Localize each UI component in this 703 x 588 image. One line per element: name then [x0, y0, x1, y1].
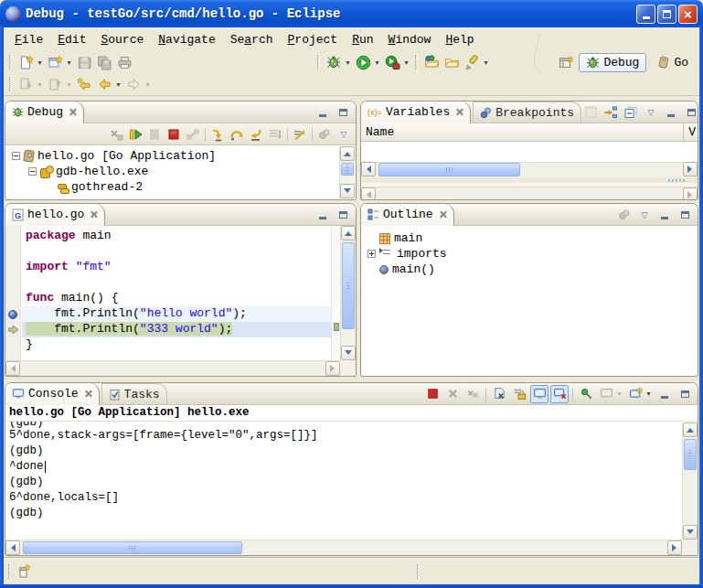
debug-tree-item[interactable]: [6, 195, 339, 198]
remove-launch-button[interactable]: [443, 385, 462, 403]
view-menu-icon[interactable]: ▽: [335, 125, 353, 144]
tab-breakpoints[interactable]: Breakpoints: [473, 102, 581, 123]
tab-hello-go[interactable]: G hello.go: [5, 204, 105, 226]
tab-close-icon[interactable]: [84, 390, 92, 398]
suspend-button[interactable]: [145, 125, 164, 144]
debug-dropdown-icon[interactable]: ▾: [344, 59, 352, 67]
outline-tree[interactable]: mainimportsmain(): [362, 227, 697, 375]
new-button[interactable]: [16, 52, 36, 72]
view-maximize-button[interactable]: [334, 206, 352, 224]
display-selected-console-button[interactable]: [597, 385, 615, 403]
console-output[interactable]: (gdb)5^done,stack-args=[frame={level="0"…: [5, 422, 682, 540]
next-annotation-button[interactable]: [16, 74, 36, 94]
external-tools-dropdown-icon[interactable]: ▾: [402, 59, 410, 67]
variables-column-header[interactable]: Name V: [361, 123, 698, 142]
clear-console-button[interactable]: [490, 385, 508, 403]
code-line[interactable]: package main: [22, 229, 331, 244]
tab-close-icon[interactable]: [90, 210, 98, 219]
editor-ruler[interactable]: [5, 226, 21, 360]
expander-icon[interactable]: [12, 152, 20, 160]
tab-close-icon[interactable]: [455, 108, 463, 116]
outline-item[interactable]: imports: [362, 246, 697, 262]
scroll-lock-button[interactable]: [510, 385, 528, 403]
editor-overview-ruler[interactable]: [331, 226, 340, 360]
debug-tree-scrollbar[interactable]: [339, 146, 355, 198]
view-minimize-button[interactable]: [655, 385, 674, 403]
external-tools-button[interactable]: [382, 52, 402, 72]
toolbar-grip[interactable]: [317, 55, 320, 69]
save-button[interactable]: [74, 52, 94, 72]
outline-item[interactable]: main(): [362, 262, 697, 277]
open-console-dropdown-icon[interactable]: ▾: [644, 390, 653, 398]
overview-debug-marker[interactable]: [334, 323, 339, 331]
code-line[interactable]: }: [22, 337, 331, 353]
step-over-button[interactable]: [228, 125, 246, 144]
show-type-names-button[interactable]: [581, 103, 600, 122]
show-logical-structure-button[interactable]: [602, 103, 620, 122]
show-stderr-toggle[interactable]: [550, 385, 569, 403]
console-terminate-button[interactable]: [423, 385, 442, 403]
tab-outline[interactable]: Outline: [361, 204, 454, 226]
new-wizard-button[interactable]: [45, 52, 65, 72]
view-menu-icon[interactable]: ▽: [642, 103, 660, 122]
outline-options-icon[interactable]: [615, 206, 634, 224]
highlighter-dropdown-icon[interactable]: ▾: [482, 59, 490, 67]
expander-icon[interactable]: [28, 167, 37, 176]
highlighter-button[interactable]: [462, 52, 482, 72]
menu-item-navigate[interactable]: Navigate: [151, 30, 222, 49]
disconnect-button[interactable]: [184, 125, 202, 144]
menu-item-help[interactable]: Help: [438, 30, 481, 49]
toolbar-grip[interactable]: [9, 77, 12, 91]
column-name[interactable]: Name: [366, 125, 394, 139]
view-menu-icon[interactable]: ▽: [635, 206, 654, 224]
remove-all-terminated-button[interactable]: [107, 125, 125, 144]
view-maximize-button[interactable]: [334, 103, 352, 122]
use-step-filters-button[interactable]: [291, 125, 309, 144]
forward-button[interactable]: [123, 74, 144, 94]
toolbar-grip[interactable]: [9, 55, 12, 69]
fast-view-button[interactable]: [16, 562, 34, 581]
code-line[interactable]: import "fmt": [22, 260, 331, 275]
view-minimize-button[interactable]: [662, 103, 680, 122]
editor-vscrollbar[interactable]: [340, 226, 356, 360]
menu-item-window[interactable]: Window: [381, 30, 439, 49]
editor-code[interactable]: package mainimport "fmt"func main() { fm…: [22, 226, 331, 360]
new-dropdown-icon[interactable]: ▾: [36, 59, 44, 67]
debug-tree-item[interactable]: hello.go [Go Application]: [6, 148, 339, 164]
breakpoint-marker[interactable]: [5, 306, 20, 322]
last-edit-location-button[interactable]: [74, 74, 94, 94]
console-hscrollbar[interactable]: [5, 540, 682, 555]
view-maximize-button[interactable]: [682, 103, 698, 122]
debug-options-icon[interactable]: [315, 125, 334, 144]
perspective-debug-button[interactable]: Debug: [579, 53, 646, 72]
remove-all-terminated-launches-button[interactable]: [463, 385, 482, 403]
step-into-button[interactable]: [208, 125, 227, 144]
step-return-button[interactable]: [247, 125, 265, 144]
new-wizard-dropdown-icon[interactable]: ▾: [65, 59, 73, 67]
terminate-button[interactable]: [165, 125, 183, 144]
menu-item-source[interactable]: Source: [93, 30, 151, 49]
show-stdout-toggle[interactable]: [530, 385, 549, 403]
tab-close-icon[interactable]: [439, 210, 447, 219]
back-dropdown-icon[interactable]: ▾: [114, 80, 122, 89]
code-line[interactable]: func main() {: [22, 291, 331, 306]
column-value[interactable]: V: [683, 123, 698, 141]
code-line[interactable]: fmt.Println("hello world");: [22, 306, 331, 322]
menu-item-search[interactable]: Search: [223, 30, 281, 49]
debug-tree[interactable]: hello.go [Go Application]gdb-hello.exego…: [6, 146, 339, 198]
variables-hscrollbar[interactable]: [361, 162, 698, 177]
open-go-file-button[interactable]: [421, 52, 442, 72]
tab-close-icon[interactable]: [69, 108, 77, 116]
menu-item-project[interactable]: Project: [281, 30, 346, 49]
resume-button[interactable]: [126, 125, 144, 144]
editor-hscrollbar[interactable]: [5, 360, 340, 376]
view-minimize-button[interactable]: [314, 103, 332, 122]
tab-console[interactable]: Console: [5, 383, 100, 405]
code-line[interactable]: [22, 275, 331, 291]
console-vscrollbar[interactable]: [682, 422, 698, 540]
title-bar[interactable]: Debug - testGo/src/cmd/hello.go - Eclips…: [0, 0, 703, 27]
open-perspective-button[interactable]: [556, 52, 576, 72]
outline-item[interactable]: main: [362, 230, 697, 246]
tab-debug[interactable]: Debug: [5, 102, 84, 123]
save-all-button[interactable]: [94, 52, 114, 72]
